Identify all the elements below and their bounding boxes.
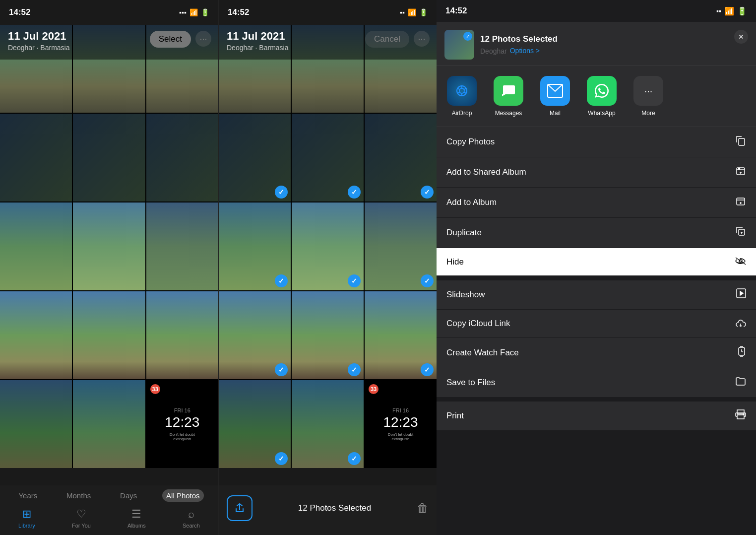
check-badge: ✓ — [348, 452, 361, 465]
app-more[interactable]: ··· More — [631, 76, 666, 117]
share-options-link[interactable]: Options > — [510, 47, 540, 55]
grid-cell[interactable]: ✓ — [292, 202, 364, 290]
duplicate-label: Duplicate — [446, 228, 482, 238]
action-print[interactable]: Print — [437, 401, 756, 430]
check-badge: ✓ — [275, 186, 288, 199]
action-hide[interactable]: Hide — [437, 248, 756, 276]
status-icons-3: ▪▪ 📶 🔋 — [716, 6, 747, 16]
photo-grid-panel1[interactable]: FRI 16 12:23 Don't let doubtextinguish 3… — [0, 25, 218, 468]
panel-2: ✓ ✓ ✓ ✓ ✓ ✓ ✓ ✓ ✓ ✓ ✓ — [218, 0, 437, 535]
tab-days[interactable]: Days — [116, 489, 141, 502]
app-whatsapp[interactable]: WhatsApp — [584, 76, 619, 117]
share-button[interactable] — [227, 495, 252, 521]
grid-cell[interactable] — [73, 202, 145, 290]
share-thumbnail: ✓ — [444, 30, 474, 60]
svg-line-6 — [457, 92, 460, 94]
status-bar-2: 14:52 ▪▪ 📶 🔋 — [219, 0, 437, 25]
selected-count-label: 12 Photos Selected — [298, 503, 371, 513]
grid-cell[interactable] — [146, 114, 218, 201]
slideshow-icon — [736, 288, 746, 301]
svg-point-11 — [739, 168, 740, 170]
grid-cell[interactable] — [146, 291, 218, 379]
nav-albums-label: Albums — [127, 523, 146, 529]
check-badge: ✓ — [421, 274, 434, 287]
timeline-tabs: Years Months Days All Photos — [0, 485, 218, 504]
svg-point-22 — [743, 414, 744, 415]
svg-rect-20 — [737, 410, 744, 414]
grid-cell[interactable] — [0, 380, 72, 468]
grid-cell[interactable]: ✓ — [219, 380, 291, 468]
grid-cell[interactable]: ✓ — [292, 114, 364, 201]
svg-line-4 — [464, 92, 466, 94]
check-badge: ✓ — [275, 274, 288, 287]
photo-grid-panel2[interactable]: ✓ ✓ ✓ ✓ ✓ ✓ ✓ ✓ ✓ ✓ ✓ — [219, 25, 437, 468]
grid-cell-watch-2[interactable]: FRI 16 12:23 Don't let doubtextinguish 3… — [365, 380, 437, 468]
grid-cell[interactable]: ✓ — [365, 202, 437, 290]
airdrop-icon — [447, 76, 477, 106]
grid-cell[interactable] — [0, 202, 72, 290]
save-to-files-icon — [735, 376, 746, 389]
messages-icon — [494, 76, 523, 106]
svg-marker-16 — [740, 291, 743, 295]
photo-location-2: Deoghar · Barmasia — [227, 44, 429, 52]
selected-check: ✓ — [463, 32, 472, 41]
action-copy-icloud[interactable]: Copy iCloud Link — [437, 310, 756, 337]
grid-cell[interactable] — [146, 202, 218, 290]
check-badge: ✓ — [348, 186, 361, 199]
svg-line-7 — [457, 88, 460, 90]
delete-button[interactable]: 🗑 — [417, 501, 429, 515]
tab-all-photos[interactable]: All Photos — [162, 489, 204, 502]
svg-rect-9 — [739, 138, 745, 145]
grid-cell[interactable]: ✓ — [219, 202, 291, 290]
airdrop-label: AirDrop — [452, 110, 472, 117]
action-list: Copy Photos Add to Shared Album Add to — [437, 127, 756, 535]
check-badge: ✓ — [421, 363, 434, 376]
grid-cell-watch[interactable]: FRI 16 12:23 Don't let doubtextinguish 3… — [146, 380, 218, 468]
battery-icon: 🔋 — [201, 8, 209, 16]
close-share-button[interactable]: ✕ — [734, 30, 748, 44]
signal-icon: ▪▪▪ — [179, 8, 187, 16]
nav-tabs-1: ⊞ Library ♡ For You ☰ Albums ⌕ Search — [0, 504, 218, 531]
copy-icloud-icon — [735, 318, 746, 329]
albums-icon: ☰ — [131, 508, 141, 521]
nav-albums[interactable]: ☰ Albums — [127, 508, 146, 529]
print-label: Print — [446, 411, 464, 421]
check-badge: ✓ — [348, 363, 361, 376]
app-messages[interactable]: Messages — [491, 76, 526, 117]
action-slideshow[interactable]: Slideshow — [437, 280, 756, 309]
battery-icon-3: 🔋 — [737, 6, 747, 16]
action-duplicate[interactable]: Duplicate — [437, 218, 756, 248]
messages-label: Messages — [495, 110, 522, 117]
grid-cell[interactable]: ✓ — [365, 291, 437, 379]
share-photo-count: 12 Photos Selected — [480, 34, 748, 44]
create-watch-face-label: Create Watch Face — [446, 348, 519, 358]
app-mail[interactable]: Mail — [538, 76, 572, 117]
nav-foryou[interactable]: ♡ For You — [72, 508, 91, 529]
status-time-2: 14:52 — [228, 7, 249, 17]
tab-months[interactable]: Months — [63, 489, 95, 502]
grid-cell[interactable] — [73, 114, 145, 201]
grid-cell[interactable]: ✓ — [292, 380, 364, 468]
grid-cell[interactable] — [73, 380, 145, 468]
duplicate-icon — [735, 226, 746, 239]
status-icons-1: ▪▪▪ 📶 🔋 — [179, 8, 209, 16]
print-icon — [735, 409, 746, 422]
grid-cell[interactable]: ✓ — [219, 291, 291, 379]
grid-cell[interactable]: ✓ — [365, 114, 437, 201]
app-airdrop[interactable]: AirDrop — [444, 76, 479, 117]
grid-cell[interactable] — [0, 291, 72, 379]
nav-search[interactable]: ⌕ Search — [183, 508, 200, 529]
tab-years[interactable]: Years — [14, 489, 41, 502]
action-add-shared-album[interactable]: Add to Shared Album — [437, 157, 756, 187]
action-add-album[interactable]: Add to Album — [437, 188, 756, 217]
grid-cell[interactable]: ✓ — [292, 291, 364, 379]
grid-cell[interactable] — [0, 114, 72, 201]
action-copy-photos[interactable]: Copy Photos — [437, 127, 756, 157]
nav-library[interactable]: ⊞ Library — [18, 508, 35, 529]
action-create-watch-face[interactable]: Create Watch Face — [437, 338, 756, 368]
action-save-to-files[interactable]: Save to Files — [437, 368, 756, 397]
add-shared-album-label: Add to Shared Album — [446, 167, 526, 177]
grid-cell[interactable]: ✓ — [219, 114, 291, 201]
save-to-files-label: Save to Files — [446, 378, 495, 388]
grid-cell[interactable] — [73, 291, 145, 379]
